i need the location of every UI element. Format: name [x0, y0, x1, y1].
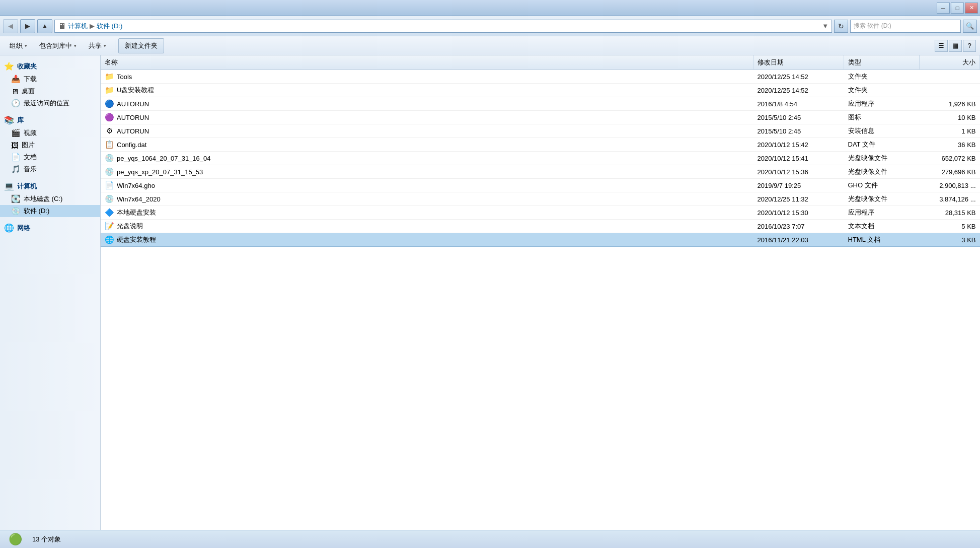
toolbar-separator: [115, 40, 115, 52]
up-button[interactable]: ▲: [37, 19, 52, 33]
table-row[interactable]: 📄Win7x64.gho2019/9/7 19:25GHO 文件2,900,81…: [101, 179, 980, 192]
documents-icon: 📄: [11, 153, 21, 162]
desktop-icon: 🖥: [11, 87, 19, 96]
sidebar-item-downloads[interactable]: 📥 下载: [0, 73, 100, 85]
file-name-cell: 📁Tools: [101, 70, 753, 84]
help-button[interactable]: ?: [963, 40, 976, 52]
favorites-icon: ⭐: [4, 61, 14, 71]
file-icon: 📄: [105, 181, 114, 190]
file-name-cell: 🔵AUTORUN: [101, 97, 753, 111]
file-size-cell: 28,315 KB: [920, 206, 980, 220]
table-row[interactable]: 🔵AUTORUN2016/1/8 4:54应用程序1,926 KB: [101, 97, 980, 111]
file-type-cell: HTML 文档: [844, 233, 920, 247]
back-button[interactable]: ◀: [3, 19, 18, 33]
include-library-button[interactable]: 包含到库中 ▾: [34, 38, 82, 53]
file-icon: 🔵: [105, 99, 114, 108]
file-list-header-row: 名称 修改日期 类型 大小: [101, 55, 980, 70]
col-date[interactable]: 修改日期: [753, 55, 844, 70]
file-icon: 💿: [105, 154, 114, 163]
col-name[interactable]: 名称: [101, 55, 753, 70]
file-list: 名称 修改日期 类型 大小 📁Tools2020/12/25 14:52文件夹📁…: [101, 55, 980, 247]
file-size-cell: 279,696 KB: [920, 165, 980, 179]
address-dropdown-arrow[interactable]: ▼: [822, 22, 828, 30]
sidebar-item-video[interactable]: 🎬 视频: [0, 127, 100, 139]
computer-icon: 💻: [4, 181, 14, 191]
breadcrumb-drive[interactable]: 软件 (D:): [97, 22, 122, 31]
organize-button[interactable]: 组织 ▾: [4, 38, 33, 53]
sidebar-item-desktop[interactable]: 🖥 桌面: [0, 85, 100, 97]
table-row[interactable]: 🔷本地硬盘安装2020/10/12 15:30应用程序28,315 KB: [101, 206, 980, 220]
file-date-cell: 2015/5/10 2:45: [753, 124, 844, 138]
sidebar-item-pictures[interactable]: 🖼 图片: [0, 139, 100, 151]
view-list-button[interactable]: ☰: [935, 40, 948, 52]
file-date-cell: 2020/10/12 15:41: [753, 152, 844, 165]
close-button[interactable]: ✕: [965, 3, 978, 14]
sidebar-computer-header[interactable]: 💻 计算机: [0, 179, 100, 193]
maximize-button[interactable]: □: [951, 3, 964, 14]
file-type-cell: GHO 文件: [844, 179, 920, 192]
sidebar-item-recent[interactable]: 🕐 最近访问的位置: [0, 97, 100, 109]
file-size-cell: 1,926 KB: [920, 97, 980, 111]
sidebar-item-documents[interactable]: 📄 文档: [0, 151, 100, 163]
file-type-cell: 光盘映像文件: [844, 165, 920, 179]
breadcrumb-computer[interactable]: 计算机: [68, 22, 88, 31]
music-label: 音乐: [24, 165, 37, 174]
sidebar-item-music[interactable]: 🎵 音乐: [0, 163, 100, 175]
file-name-cell: 📁U盘安装教程: [101, 84, 753, 97]
new-folder-label: 新建文件夹: [125, 42, 158, 49]
include-library-label: 包含到库中: [39, 41, 72, 50]
breadcrumb-separator-1: ▶: [90, 22, 95, 30]
file-date-cell: 2016/11/21 22:03: [753, 233, 844, 247]
toolbar: 组织 ▾ 包含到库中 ▾ 共享 ▾ 新建文件夹 ☰ ▦ ?: [0, 36, 980, 55]
sidebar-network-header[interactable]: 🌐 网络: [0, 221, 100, 235]
table-row[interactable]: 📋Config.dat2020/10/12 15:42DAT 文件36 KB: [101, 138, 980, 152]
table-row[interactable]: 📝光盘说明2016/10/23 7:07文本文档5 KB: [101, 220, 980, 233]
search-box[interactable]: 搜索 软件 (D:): [850, 20, 961, 33]
table-row[interactable]: 💿pe_yqs_1064_20_07_31_16_042020/10/12 15…: [101, 152, 980, 165]
file-type-cell: 光盘映像文件: [844, 192, 920, 206]
table-row[interactable]: 💿pe_yqs_xp_20_07_31_15_532020/10/12 15:3…: [101, 165, 980, 179]
favorites-label: 收藏夹: [17, 62, 37, 71]
file-size-cell: 2,900,813 ...: [920, 179, 980, 192]
table-row[interactable]: 📁Tools2020/12/25 14:52文件夹: [101, 70, 980, 84]
c-drive-label: 本地磁盘 (C:): [24, 194, 62, 203]
table-row[interactable]: 🟣AUTORUN2015/5/10 2:45图标10 KB: [101, 111, 980, 124]
addressbar: ◀ ▶ ▲ 🖥 计算机 ▶ 软件 (D:) ▼ ↻ 搜索 软件 (D:) 🔍: [0, 16, 980, 36]
file-name-cell: 📄Win7x64.gho: [101, 179, 753, 192]
sidebar-section-favorites: ⭐ 收藏夹 📥 下载 🖥 桌面 🕐 最近访问的位置: [0, 59, 100, 109]
file-name-cell: 🔷本地硬盘安装: [101, 206, 753, 220]
file-size-cell: [920, 70, 980, 84]
file-date-cell: 2015/5/10 2:45: [753, 111, 844, 124]
file-name-cell: 🌐硬盘安装教程: [101, 233, 753, 247]
refresh-button[interactable]: ↻: [834, 20, 848, 33]
file-date-cell: 2020/10/12 15:30: [753, 206, 844, 220]
col-type[interactable]: 类型: [844, 55, 920, 70]
sidebar-favorites-header[interactable]: ⭐ 收藏夹: [0, 59, 100, 73]
address-field[interactable]: 🖥 计算机 ▶ 软件 (D:) ▼: [54, 20, 832, 33]
minimize-button[interactable]: ─: [937, 3, 950, 14]
file-icon: 🔷: [105, 208, 114, 217]
recent-label: 最近访问的位置: [24, 99, 69, 108]
share-button[interactable]: 共享 ▾: [83, 38, 112, 53]
table-row[interactable]: 💿Win7x64_20202020/12/25 11:32光盘映像文件3,874…: [101, 192, 980, 206]
file-icon: ⚙: [105, 126, 114, 135]
new-folder-button[interactable]: 新建文件夹: [118, 38, 164, 53]
file-type-cell: DAT 文件: [844, 138, 920, 152]
table-row[interactable]: 📁U盘安装教程2020/12/25 14:52文件夹: [101, 84, 980, 97]
sidebar: ⭐ 收藏夹 📥 下载 🖥 桌面 🕐 最近访问的位置 📚 库: [0, 55, 101, 530]
sidebar-item-c-drive[interactable]: 💽 本地磁盘 (C:): [0, 193, 100, 205]
table-row[interactable]: ⚙AUTORUN2015/5/10 2:45安装信息1 KB: [101, 124, 980, 138]
file-name-cell: 💿pe_yqs_1064_20_07_31_16_04: [101, 152, 753, 165]
file-type-cell: 光盘映像文件: [844, 152, 920, 165]
sidebar-item-d-drive[interactable]: 💿 软件 (D:): [0, 205, 100, 217]
table-row[interactable]: 🌐硬盘安装教程2016/11/21 22:03HTML 文档3 KB: [101, 233, 980, 247]
sidebar-library-header[interactable]: 📚 库: [0, 113, 100, 127]
include-library-dropdown-arrow: ▾: [74, 43, 77, 48]
recent-icon: 🕐: [11, 99, 21, 108]
file-date-cell: 2020/10/12 15:42: [753, 138, 844, 152]
computer-label: 计算机: [17, 182, 37, 191]
forward-button[interactable]: ▶: [20, 19, 35, 33]
search-button[interactable]: 🔍: [963, 20, 977, 33]
col-size[interactable]: 大小: [920, 55, 980, 70]
view-details-button[interactable]: ▦: [949, 40, 962, 52]
